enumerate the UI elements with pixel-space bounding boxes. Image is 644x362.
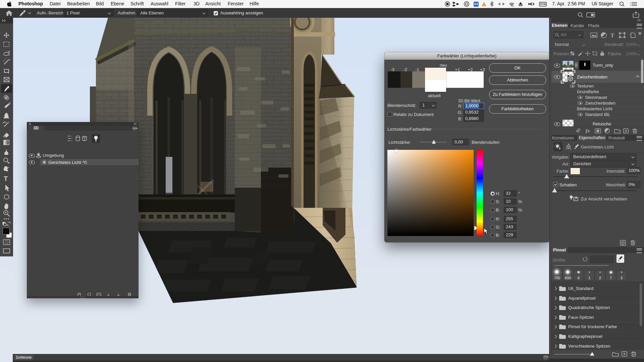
- svg-text:fx: fx: [586, 128, 590, 133]
- svg-text:T: T: [610, 32, 614, 39]
- svg-text:T: T: [4, 175, 8, 182]
